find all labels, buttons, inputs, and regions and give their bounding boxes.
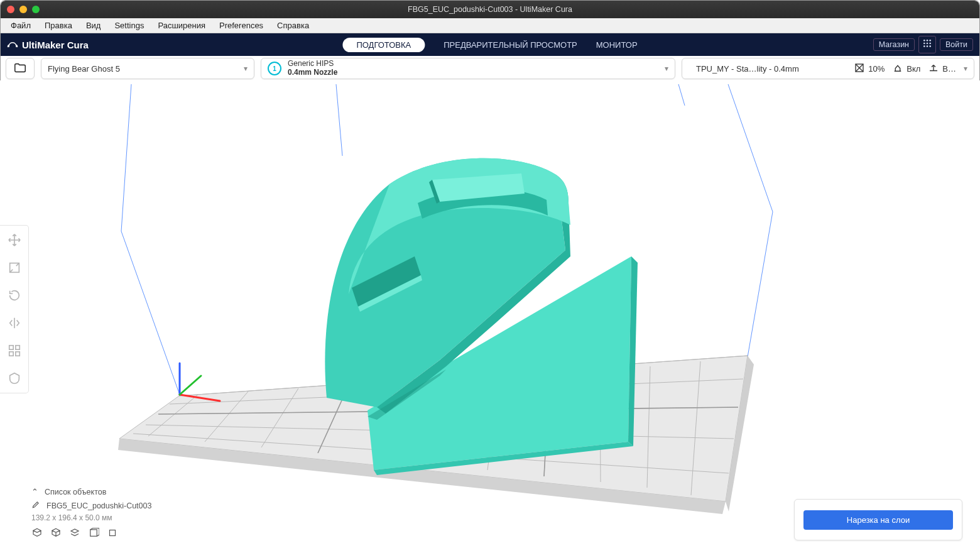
brand: UltiMaker Cura: [7, 38, 89, 52]
chevron-down-icon: ▾: [244, 64, 248, 73]
menu-extensions[interactable]: Расширения: [151, 19, 212, 31]
menu-settings[interactable]: Settings: [108, 19, 150, 31]
infill-icon: [854, 62, 865, 75]
brand-icon: [7, 38, 18, 52]
svg-line-39: [180, 376, 201, 395]
slice-panel: Нарезка на слои: [794, 499, 962, 540]
folder-icon: [13, 61, 27, 77]
adhesion-icon: [928, 62, 939, 75]
brand-label: UltiMaker Cura: [22, 40, 89, 50]
svg-point-8: [929, 45, 931, 47]
svg-point-5: [929, 43, 931, 45]
svg-point-0: [923, 40, 925, 41]
svg-point-6: [923, 45, 925, 47]
tab-prepare[interactable]: ПОДГОТОВКА: [342, 38, 425, 52]
object-dimensions: 139.2 x 196.4 x 50.0 мм: [31, 513, 151, 522]
material-line1: Generic HIPS: [288, 60, 337, 68]
svg-rect-53: [90, 530, 97, 537]
menu-edit[interactable]: Правка: [38, 19, 79, 31]
tool-move[interactable]: [5, 231, 24, 249]
menu-help[interactable]: Справка: [271, 19, 315, 31]
print-settings-panel[interactable]: TPU_MY - Sta…lity - 0.4mm 10% Вкл В… ▾: [682, 58, 974, 79]
view-xray-icon[interactable]: [50, 527, 62, 540]
svg-point-4: [927, 43, 928, 45]
svg-rect-49: [9, 346, 13, 349]
signin-button[interactable]: Войти: [940, 38, 973, 51]
config-bar: Flying Bear Ghost 5 ▾ 1 Generic HIPS 0.4…: [1, 56, 979, 81]
menu-file[interactable]: Файл: [4, 19, 37, 31]
viewport-3d[interactable]: [0, 80, 980, 553]
tab-monitor[interactable]: МОНИТОР: [596, 40, 638, 50]
tool-scale[interactable]: [5, 258, 24, 277]
adhesion-segment: В…: [928, 62, 956, 75]
object-item-name: FBG5_EUC_podushki-Cut003: [46, 501, 151, 510]
adhesion-value: В…: [942, 64, 956, 74]
svg-rect-52: [15, 352, 19, 356]
slice-button[interactable]: Нарезка на слои: [803, 510, 953, 530]
open-file-button[interactable]: [6, 58, 35, 79]
marketplace-button[interactable]: Магазин: [873, 38, 915, 51]
object-list-header[interactable]: ⌃ Список объектов: [31, 487, 151, 496]
grid-icon: [922, 38, 932, 51]
svg-point-7: [927, 45, 928, 47]
traffic-lights: [7, 6, 40, 13]
chevron-up-icon: ⌃: [31, 487, 38, 496]
extruder-icon: 1: [268, 62, 281, 75]
tool-mesh[interactable]: [5, 341, 24, 360]
svg-point-2: [929, 40, 931, 41]
pencil-icon: [31, 500, 40, 511]
view-solid-icon[interactable]: [31, 527, 43, 540]
infill-segment: 10%: [854, 62, 885, 75]
profile-name: TPU_MY - Sta…lity - 0.4mm: [696, 64, 846, 74]
support-value: Вкл: [906, 64, 920, 74]
topbar: UltiMaker Cura ПОДГОТОВКА ПРЕДВАРИТЕЛЬНЫ…: [1, 33, 979, 56]
view-iso-icon[interactable]: [107, 527, 118, 540]
printer-name: Flying Bear Ghost 5: [48, 64, 120, 74]
object-list-title: Список объектов: [45, 488, 106, 496]
svg-point-1: [927, 40, 928, 41]
menu-preferences[interactable]: Preferences: [213, 19, 270, 31]
support-icon: [892, 62, 903, 75]
tool-mirror[interactable]: [5, 314, 24, 332]
view-layer-icon[interactable]: [69, 527, 80, 540]
svg-rect-54: [110, 530, 116, 536]
svg-rect-50: [15, 346, 19, 349]
minimize-icon[interactable]: [19, 6, 27, 13]
infill-value: 10%: [868, 64, 885, 74]
svg-line-14: [678, 84, 685, 106]
viewport-svg: [0, 80, 980, 553]
tool-support-blocker[interactable]: [5, 369, 24, 388]
chevron-down-icon: ▾: [665, 64, 668, 73]
object-item[interactable]: FBG5_EUC_podushki-Cut003: [31, 500, 151, 511]
apps-grid-button[interactable]: [918, 36, 936, 53]
left-toolbar: [0, 225, 29, 393]
svg-point-3: [923, 43, 925, 45]
printer-select[interactable]: Flying Bear Ghost 5 ▾: [41, 58, 254, 79]
svg-rect-51: [9, 352, 13, 356]
view-mode-icons: [31, 527, 151, 540]
tool-rotate[interactable]: [5, 286, 24, 305]
material-text: Generic HIPS 0.4mm Nozzle: [288, 60, 337, 77]
material-select[interactable]: 1 Generic HIPS 0.4mm Nozzle ▾: [261, 58, 675, 79]
support-segment: Вкл: [892, 62, 920, 75]
maximize-icon[interactable]: [32, 6, 40, 13]
chevron-down-icon: ▾: [964, 64, 967, 73]
menubar: Файл Правка Вид Settings Расширения Pref…: [1, 18, 979, 33]
close-icon[interactable]: [7, 6, 14, 13]
menu-view[interactable]: Вид: [80, 19, 107, 31]
material-line2: 0.4mm Nozzle: [288, 68, 337, 77]
window-titlebar: FBG5_EUC_podushki-Cut003 - UltiMaker Cur…: [1, 1, 979, 18]
window-title: FBG5_EUC_podushki-Cut003 - UltiMaker Cur…: [408, 5, 572, 14]
object-list-panel: ⌃ Список объектов FBG5_EUC_podushki-Cut0…: [31, 487, 151, 540]
svg-line-13: [336, 84, 342, 156]
view-front-icon[interactable]: [88, 527, 99, 540]
tab-preview[interactable]: ПРЕДВАРИТЕЛЬНЫЙ ПРОСМОТР: [444, 40, 577, 50]
stage-tabs: ПОДГОТОВКА ПРЕДВАРИТЕЛЬНЫЙ ПРОСМОТР МОНИ…: [342, 38, 637, 52]
